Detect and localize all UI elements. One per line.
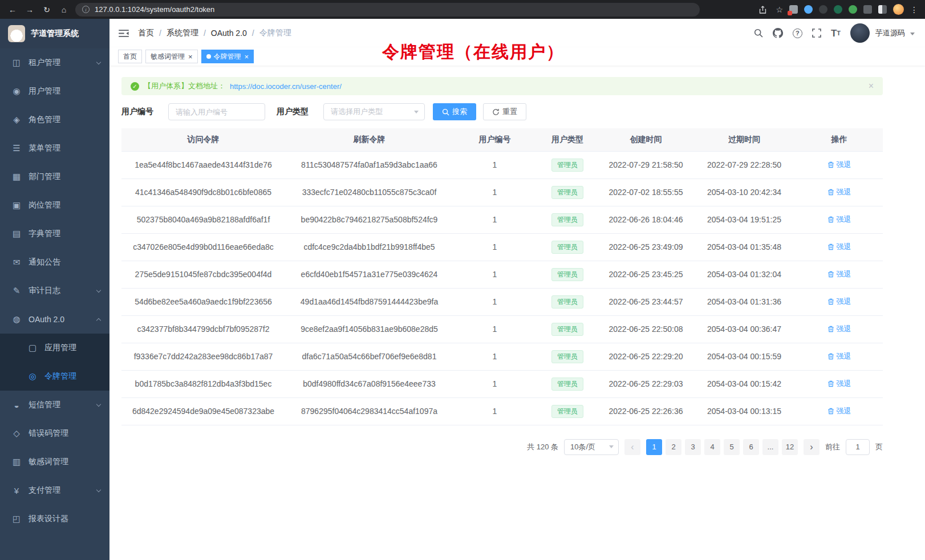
next-page-button[interactable]: › [804,439,819,455]
breadcrumb-item[interactable]: OAuth 2.0 [211,29,247,38]
force-logout-button[interactable]: 强退 [827,160,851,170]
sidebar-item-menu[interactable]: ☰菜单管理 [0,134,109,163]
page-button-1[interactable]: 1 [646,439,662,455]
help-icon[interactable]: ? [793,29,802,38]
bookmark-star-icon[interactable]: ☆ [776,5,783,14]
user-type-cell: 管理员 [536,397,599,425]
sidebar-item-label: 短信管理 [29,400,60,410]
sidebar-item-label: 审计日志 [29,286,60,296]
tab-token-manage[interactable]: 令牌管理× [201,50,254,63]
fullscreen-icon[interactable] [812,29,821,38]
breadcrumb-item[interactable]: 系统管理 [167,28,198,38]
app-logo-row[interactable]: 芋道管理系统 [0,19,109,48]
user-type-cell: 管理员 [536,233,599,261]
tab-home[interactable]: 首页 [118,50,142,63]
breadcrumb-item[interactable]: 首页 [138,28,154,38]
site-info-icon[interactable]: i [82,6,90,13]
browser-profile-avatar[interactable] [893,4,904,15]
sidebar-item-user[interactable]: ◉用户管理 [0,77,109,105]
sidebar-item-report-designer[interactable]: ◰报表设计器 [0,505,109,533]
sidebar-item-dept[interactable]: ▦部门管理 [0,163,109,191]
breadcrumb-item: 令牌管理 [259,28,291,38]
sidebar-item-sms[interactable]: ◒短信管理 [0,391,109,419]
user-id-input[interactable] [168,103,265,120]
extension-icon[interactable] [863,5,872,14]
user-menu-caret-icon[interactable] [910,33,915,35]
sidebar-item-role[interactable]: ◈角色管理 [0,105,109,134]
search-icon[interactable] [754,29,763,38]
user-name[interactable]: 芋道源码 [875,28,905,38]
force-logout-button[interactable]: 强退 [827,351,851,362]
extension-icon[interactable] [789,5,798,14]
tab-close-icon[interactable]: × [245,53,249,60]
sidebar-item-dict[interactable]: ▤字典管理 [0,220,109,248]
share-icon[interactable] [756,3,769,17]
github-icon[interactable] [773,28,783,38]
font-size-icon[interactable]: TT [831,29,841,38]
sidebar-item-tenant[interactable]: ◫租户管理 [0,48,109,77]
force-logout-button[interactable]: 强退 [827,379,851,389]
alert-close-icon[interactable]: × [869,82,874,91]
page-button-5[interactable]: 5 [724,439,740,455]
sidebar-item-token-manage[interactable]: ◎令牌管理 [0,362,109,391]
extension-icon[interactable] [804,5,813,14]
page-button-12[interactable]: 12 [782,439,798,455]
force-logout-button[interactable]: 强退 [827,324,851,334]
user-type-select[interactable]: 请选择用户类型 [323,103,425,120]
sidebar-item-post[interactable]: ▣岗位管理 [0,191,109,220]
prev-page-button[interactable]: ‹ [624,439,640,455]
sidebar-item-label: 应用管理 [44,343,76,353]
report-designer-icon: ◰ [11,514,22,524]
extension-icon[interactable] [878,5,887,14]
home-icon[interactable]: ⌂ [57,3,71,17]
browser-menu-icon[interactable]: ⋮ [910,5,918,14]
tab-sensitive-word[interactable]: 敏感词管理× [145,50,198,63]
reset-button[interactable]: 重置 [483,103,526,120]
force-logout-button[interactable]: 强退 [827,214,851,225]
pay-icon: ¥ [11,486,22,496]
sidebar-item-audit-log[interactable]: ✎审计日志 [0,277,109,305]
force-logout-button[interactable]: 强退 [827,269,851,279]
table-row: b0d1785bc3a8482f812db4a3f3bd15ecb0df4980… [121,370,883,397]
sidebar-item-app-manage[interactable]: ▢应用管理 [0,334,109,362]
reload-icon[interactable]: ↻ [40,3,54,17]
sidebar-item-pay[interactable]: ¥支付管理 [0,476,109,505]
extension-icon[interactable] [849,5,857,14]
extension-icon[interactable] [834,5,842,14]
user-type-cell: 管理员 [536,151,599,178]
user-id-label: 用户编号 [121,107,153,117]
page-button-4[interactable]: 4 [704,439,720,455]
user-type-placeholder: 请选择用户类型 [331,107,383,117]
page-button-6[interactable]: 6 [743,439,759,455]
delete-icon [827,161,834,168]
force-logout-button[interactable]: 强退 [827,242,851,252]
extension-icon[interactable] [819,5,827,14]
page-button-3[interactable]: 3 [685,439,701,455]
page-more-button[interactable]: ... [762,439,778,455]
search-button[interactable]: 搜索 [433,103,476,120]
sidebar-toggle-icon[interactable] [119,29,129,38]
doc-alert-link[interactable]: https://doc.iocoder.cn/user-center/ [230,82,342,91]
sidebar-item-sensitive-word[interactable]: ▥敏感词管理 [0,448,109,476]
force-logout-button[interactable]: 强退 [827,297,851,307]
tab-close-icon[interactable]: × [188,53,193,60]
app-manage-icon: ▢ [27,343,38,353]
sidebar-item-notice[interactable]: ✉通知公告 [0,248,109,277]
force-logout-button[interactable]: 强退 [827,406,851,416]
back-icon[interactable]: ← [6,3,19,17]
goto-page-input[interactable] [846,439,870,455]
page-size-select[interactable]: 10条/页 [564,439,619,455]
action-cell: 强退 [796,178,883,206]
force-logout-button[interactable]: 强退 [827,187,851,197]
force-logout-label: 强退 [837,351,851,362]
create-time-cell: 2022-07-29 21:58:50 [599,151,693,178]
sidebar-item-label: 字典管理 [29,229,60,239]
forward-icon[interactable]: → [23,3,36,17]
address-bar[interactable]: i 127.0.0.1:1024/system/oauth2/token [75,3,700,17]
page-button-2[interactable]: 2 [666,439,681,455]
sidebar-item-error-code[interactable]: ◇错误码管理 [0,419,109,448]
user-type-badge: 管理员 [551,323,583,336]
force-logout-label: 强退 [837,214,851,225]
user-avatar[interactable] [850,23,870,43]
sidebar-item-oauth2[interactable]: ◍OAuth 2.0 [0,305,109,334]
